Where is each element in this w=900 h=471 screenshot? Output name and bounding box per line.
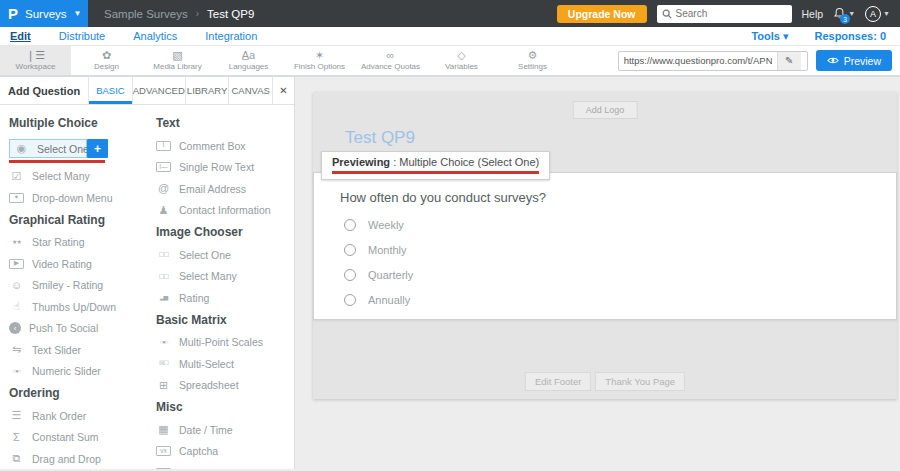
question-type-select-one[interactable]: ◉Select One [9,139,87,158]
question-type-numeric-slider[interactable]: ○●○Numeric Slider [9,365,147,378]
question-type-drag-and-drop[interactable]: ⧉Drag and Drop [9,452,147,465]
gear-icon: ⚙ [528,50,538,61]
question-type-video-rating[interactable]: ▶Video Rating [9,257,147,270]
smiley-rating-icon: ☺ [9,280,24,291]
nav-link-analytics[interactable]: Analytics [133,30,177,42]
question-type-single-row-text[interactable]: I—Single Row Text [156,161,294,174]
help-link[interactable]: Help [802,8,824,20]
question-type-star-rating[interactable]: ★★Star Rating [9,236,147,249]
video-rating-icon: ▶ [9,259,24,269]
search-icon [662,9,672,19]
toolbar-item-finish-options[interactable]: ✶Finish Options [284,46,355,75]
multi-select-icon: ☒☐ [156,358,171,369]
date-time-icon: ▦ [156,424,171,435]
rank-order-icon: ☰ [9,410,24,421]
question-type-rank-order[interactable]: ☰Rank Order [9,409,147,422]
nav-link-edit[interactable]: Edit [10,30,31,42]
responses-count[interactable]: Responses: 0 [814,30,886,42]
question-type-select-many[interactable]: ☑Select Many [9,170,147,183]
question-type-label: Video Rating [32,258,92,270]
question-type-label: Calendar [179,467,222,470]
question-type-multi-select[interactable]: ☒☐Multi-Select [156,357,294,370]
question-type-rating[interactable]: ▂▅Rating [156,291,294,304]
question-type-date-time[interactable]: ▦Date / Time [156,423,294,436]
calendar-icon: 31 [156,468,171,470]
question-type-push-to-social[interactable]: ‹Push To Social [9,322,147,335]
radio-button[interactable] [344,244,356,256]
global-search[interactable] [657,5,792,23]
add-logo-button[interactable]: Add Logo [573,101,638,119]
tab-advanced[interactable]: ADVANCED [132,77,185,104]
question-type-text-slider[interactable]: ⇋Text Slider [9,343,147,356]
toolbar-item-workspace[interactable]: ❘☰Workspace [0,46,71,75]
question-type-label: Smiley - Rating [32,279,103,291]
question-type-spreadsheet[interactable]: ⊞Spreadsheet [156,379,294,392]
search-input[interactable] [676,8,787,19]
question-type-smiley-rating[interactable]: ☺Smiley - Rating [9,279,147,292]
breadcrumb: Sample Surveys › Test QP9 [104,8,254,20]
radio-button[interactable] [344,269,356,281]
question-type-select-one[interactable]: ▢▢Select One [156,248,294,261]
question-type-contact-information[interactable]: ♟Contact Information [156,204,294,217]
question-type-constant-sum[interactable]: ΣConstant Sum [9,431,147,444]
preview-button[interactable]: Preview [816,50,892,71]
tab-canvas[interactable]: CANVAS [228,77,272,104]
account-menu[interactable]: A ▼ [865,6,890,22]
close-icon[interactable]: ✕ [272,77,294,104]
breadcrumb-parent[interactable]: Sample Surveys [104,8,188,20]
toolbar-item-label: Settings [518,62,547,71]
nav-link-distribute[interactable]: Distribute [59,30,105,42]
add-question-plus-button[interactable]: + [87,139,108,158]
question-type-calendar[interactable]: 31Calendar [156,466,294,469]
edit-url-pencil-icon[interactable]: ✎ [777,52,801,70]
question-type-label: Select One [37,143,89,155]
question-type-multi-point-scales[interactable]: ○●○Multi-Point Scales [156,336,294,349]
question-type-drop-down-menu[interactable]: ▾Drop-down Menu [9,191,147,204]
question-type-label: Rank Order [32,410,86,422]
toolbar-item-variables[interactable]: ◇Variables [426,46,497,75]
question-type-comment-box[interactable]: IComment Box [156,139,294,152]
tools-dropdown[interactable]: Tools ▾ [751,30,788,43]
question-type-label: Rating [179,292,209,304]
question-type-label: Select Many [32,170,90,182]
tab-basic[interactable]: BASIC [88,77,132,104]
radio-button[interactable] [344,219,356,231]
translate-icon: A̲a [242,50,255,61]
question-types-column-left: Multiple Choice◉Select One+☑Select Many▾… [0,105,147,469]
question-types-column-right: TextIComment BoxI—Single Row Text@Email … [147,105,294,469]
question-type-label: Email Address [179,183,246,195]
radio-button[interactable] [344,294,356,306]
survey-url-field[interactable]: ✎ [618,51,808,71]
toolbar-item-media-library[interactable]: ▧Media Library [142,46,213,75]
section-title: Graphical Rating [9,213,147,227]
toolbar-item-label: Finish Options [294,62,345,71]
toolbar-item-languages[interactable]: A̲aLanguages [213,46,284,75]
toolbar-item-label: Languages [229,62,269,71]
surveys-menu[interactable]: P Surveys ▼ [0,0,88,27]
radio-select-one-icon: ◉ [14,143,29,154]
toolbar-item-design[interactable]: ✿Design [71,46,142,75]
toolbar-item-settings[interactable]: ⚙Settings [497,46,568,75]
question-type-thumbs-up-down[interactable]: ☝Thumbs Up/Down [9,300,147,313]
toolbar-item-label: Variables [445,62,478,71]
eye-icon [827,56,839,65]
tab-library[interactable]: LIBRARY [185,77,229,104]
previewing-tooltip-bold: Previewing [332,156,390,168]
section-title: Ordering [9,386,147,400]
thank-you-page-button[interactable]: Thank You Page [595,372,685,391]
section-nav: EditDistributeAnalyticsIntegration Tools… [0,27,900,46]
notifications-button[interactable]: 3 ▼ [833,7,855,20]
question-type-select-many[interactable]: ▢▢Select Many [156,270,294,283]
question-type-captcha[interactable]: vxCaptcha [156,445,294,458]
question-type-label: Select One [179,249,231,261]
nav-link-integration[interactable]: Integration [205,30,257,42]
question-type-email-address[interactable]: @Email Address [156,182,294,195]
drag-drop-icon: ⧉ [9,453,24,464]
survey-url-input[interactable] [619,55,777,66]
chevron-down-icon: ▼ [74,9,82,18]
toolbar-item-advance-quotas[interactable]: ∞Advance Quotas [355,46,426,75]
edit-footer-button[interactable]: Edit Footer [525,372,591,391]
magic-wand-icon: ✶ [315,50,324,61]
checkbox-select-many-icon: ☑ [9,171,24,182]
upgrade-now-button[interactable]: Upgrade Now [557,5,647,23]
